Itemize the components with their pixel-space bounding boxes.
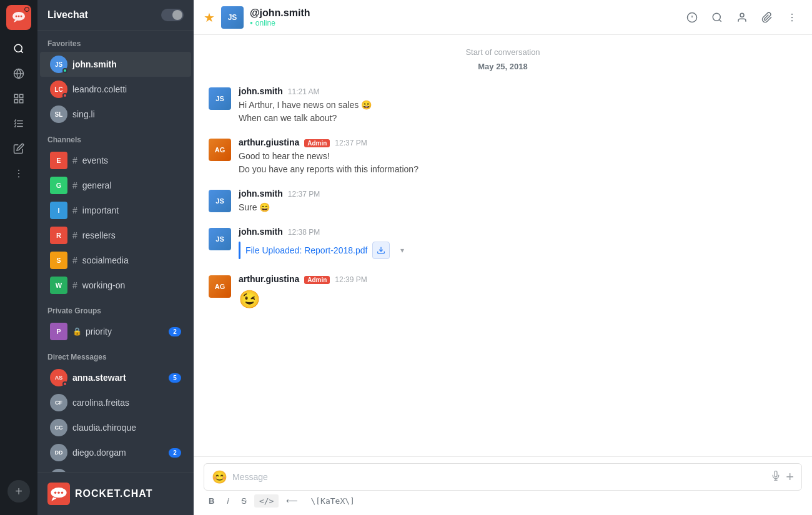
item-name-john-smith: john.smith (72, 59, 181, 69)
badge-diego: 2 (169, 448, 181, 458)
add-content-button[interactable]: + (786, 469, 794, 485)
avatar-carolina-freitas: CF (50, 394, 67, 411)
header-status: online (250, 19, 676, 27)
format-strikethrough-button[interactable]: S (236, 494, 252, 508)
item-name-sing-li: sing.li (72, 109, 181, 119)
star-button[interactable]: ★ (204, 10, 215, 25)
msg-header-5: arthur.giustina Admin 12:39 PM (239, 274, 797, 284)
format-code-button[interactable]: </> (254, 494, 279, 508)
header-avatar: JS (221, 6, 244, 29)
message-group-5: AG arthur.giustina Admin 12:39 PM 😉 (209, 274, 797, 313)
item-name-events: events (82, 155, 181, 165)
nav-more-btn[interactable] (7, 162, 30, 185)
add-workspace-btn[interactable]: + (7, 480, 30, 503)
sidebar-item-working-on[interactable]: W # working-on (40, 273, 191, 298)
channel-icon-general: G (50, 177, 67, 194)
sidebar-item-diego-dorgam[interactable]: DD diego.dorgam 2 (40, 440, 191, 465)
avatar-anna-stewart: AS (50, 369, 67, 386)
item-name-general: general (82, 180, 181, 190)
channel-icon-priority: P (50, 323, 67, 340)
msg-username-3: john.smith (239, 189, 283, 199)
svg-point-15 (18, 170, 19, 171)
item-name-socialmedia: socialmedia (82, 255, 181, 265)
msg-content-4: john.smith 12:38 PM File Uploaded: Repor… (239, 227, 797, 262)
admin-badge-5: Admin (304, 276, 330, 284)
sidebar-item-leandro-coletti[interactable]: LC leandro.coletti (40, 77, 191, 102)
sidebar-content: Favorites JS john.smith LC leandro.colet… (37, 31, 194, 472)
svg-rect-11 (20, 100, 23, 103)
members-button[interactable] (732, 7, 752, 27)
msg-avatar-john-3: JS (209, 228, 231, 250)
msg-username-4: john.smith (239, 227, 283, 237)
sidebar-item-julia-grala[interactable]: JG julia.grala (40, 465, 191, 472)
nav-layout-btn[interactable] (7, 87, 30, 110)
download-button[interactable] (372, 242, 390, 259)
msg-time-5: 12:39 PM (335, 275, 367, 284)
search-messages-button[interactable] (707, 7, 727, 27)
status-dot-busy (62, 93, 67, 98)
msg-avatar-arthur-1: AG (209, 139, 231, 161)
message-input-area: 😊 + B i S </> ⟵ \[KaTeX\] (194, 456, 812, 515)
svg-point-28 (740, 13, 744, 17)
sidebar-footer: ROCKET.CHAT (37, 472, 194, 515)
avatar-john-smith: JS (50, 56, 67, 73)
sidebar-item-sing-li[interactable]: SL sing.li (40, 102, 191, 127)
channel-icon-socialmedia: S (50, 252, 67, 269)
hash-general: # (72, 180, 77, 190)
nav-search-btn[interactable] (7, 37, 30, 60)
message-input[interactable] (232, 472, 766, 482)
svg-rect-10 (14, 100, 17, 103)
message-input-row: 😊 + (204, 463, 802, 491)
svg-point-4 (14, 44, 22, 52)
item-name-priority: priority (86, 326, 164, 336)
sidebar-item-anna-stewart[interactable]: AS anna.stewart 5 (40, 365, 191, 390)
msg-time-4: 12:38 PM (288, 228, 320, 237)
expand-button[interactable]: ▾ (395, 243, 410, 258)
svg-point-30 (791, 16, 793, 17)
nav-edit-btn[interactable] (7, 137, 30, 160)
nav-sort-btn[interactable] (7, 112, 30, 135)
msg-time-2: 12:37 PM (335, 139, 367, 147)
format-italic-button[interactable]: i (222, 494, 234, 508)
channel-icon-important: I (50, 202, 67, 219)
badge-anna: 5 (169, 373, 181, 383)
svg-point-20 (54, 491, 57, 494)
sidebar-item-events[interactable]: E # events (40, 148, 191, 173)
livechat-toggle[interactable] (161, 9, 184, 21)
sidebar-item-claudia-chiroque[interactable]: CC claudia.chiroque (40, 415, 191, 440)
msg-header-1: john.smith 11:21 AM (239, 86, 797, 96)
hash-socialmedia: # (72, 255, 77, 265)
direct-messages-section-title: Direct Messages (37, 344, 194, 365)
item-name-leandro-coletti: leandro.coletti (72, 84, 181, 94)
main-chat: ★ JS @john.smith online Start of co (194, 0, 812, 515)
sidebar-item-priority[interactable]: P 🔒 priority 2 (40, 319, 191, 344)
sidebar-item-general[interactable]: G # general (40, 173, 191, 198)
attachment-button[interactable] (757, 7, 777, 27)
hash-events: # (72, 155, 77, 165)
message-group-3: JS john.smith 12:37 PM Sure 😄 (209, 189, 797, 214)
notification-dot (24, 7, 29, 12)
msg-username-1: john.smith (239, 86, 283, 96)
file-bar (239, 242, 240, 259)
sidebar-item-resellers[interactable]: R # resellers (40, 223, 191, 248)
mic-button[interactable] (771, 471, 781, 484)
header-actions (682, 7, 802, 27)
lock-icon-priority: 🔒 (72, 327, 82, 336)
sidebar-item-john-smith[interactable]: JS john.smith (40, 52, 191, 77)
format-link-button[interactable]: ⟵ (281, 494, 303, 508)
nav-globe-btn[interactable] (7, 62, 30, 85)
more-options-button[interactable] (782, 7, 802, 27)
format-bold-button[interactable]: B (204, 494, 219, 508)
favorites-section-title: Favorites (37, 31, 194, 52)
emoji-picker-button[interactable]: 😊 (212, 469, 227, 484)
sidebar-item-socialmedia[interactable]: S # socialmedia (40, 248, 191, 273)
sidebar-panel: Livechat Favorites JS john.smith LC lean… (37, 0, 194, 515)
file-link[interactable]: File Uploaded: Report-2018.pdf (245, 245, 367, 255)
sidebar-item-important[interactable]: I # important (40, 198, 191, 223)
format-katex-button[interactable]: \[KaTeX\] (305, 494, 359, 508)
sidebar-item-carolina-freitas[interactable]: CF carolina.freitas (40, 390, 191, 415)
svg-point-22 (61, 491, 64, 494)
info-button[interactable] (682, 7, 702, 27)
item-name-carolina-freitas: carolina.freitas (72, 398, 181, 408)
status-dot-anna (62, 381, 67, 386)
